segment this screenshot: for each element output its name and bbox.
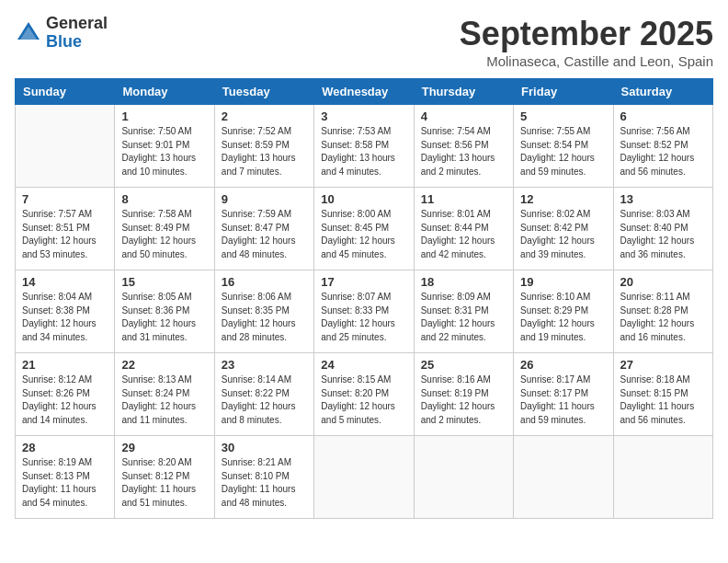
day-content: Sunrise: 8:09 AMSunset: 8:31 PMDaylight:… <box>421 291 506 344</box>
calendar-cell: 13Sunrise: 8:03 AMSunset: 8:40 PMDayligh… <box>613 188 712 270</box>
day-content: Sunrise: 8:16 AMSunset: 8:19 PMDaylight:… <box>421 373 506 427</box>
calendar-cell: 2Sunrise: 7:52 AMSunset: 8:59 PMDaylight… <box>214 105 313 188</box>
calendar-cell: 4Sunrise: 7:54 AMSunset: 8:56 PMDaylight… <box>414 105 513 188</box>
calendar-body: 1Sunrise: 7:50 AMSunset: 9:01 PMDaylight… <box>16 105 713 519</box>
calendar-cell <box>314 436 414 519</box>
calendar-cell: 22Sunrise: 8:13 AMSunset: 8:24 PMDayligh… <box>115 353 214 436</box>
day-number: 22 <box>121 358 207 372</box>
calendar-cell: 17Sunrise: 8:07 AMSunset: 8:33 PMDayligh… <box>314 270 414 353</box>
calendar-cell: 26Sunrise: 8:17 AMSunset: 8:17 PMDayligh… <box>514 353 613 436</box>
col-monday: Monday <box>115 79 214 105</box>
calendar-cell: 27Sunrise: 8:18 AMSunset: 8:15 PMDayligh… <box>613 353 712 436</box>
calendar-cell: 24Sunrise: 8:15 AMSunset: 8:20 PMDayligh… <box>314 353 414 436</box>
day-content: Sunrise: 7:55 AMSunset: 8:54 PMDaylight:… <box>520 125 606 178</box>
day-content: Sunrise: 7:58 AMSunset: 8:49 PMDaylight:… <box>121 208 207 261</box>
col-thursday: Thursday <box>414 79 513 105</box>
calendar-cell: 6Sunrise: 7:56 AMSunset: 8:52 PMDaylight… <box>613 105 712 188</box>
day-number: 14 <box>22 275 108 289</box>
day-number: 26 <box>520 358 606 372</box>
title-area: September 2025 Molinaseca, Castille and … <box>460 15 713 69</box>
logo-icon <box>15 19 42 47</box>
day-content: Sunrise: 8:15 AMSunset: 8:20 PMDaylight:… <box>321 373 406 427</box>
calendar-week-1: 1Sunrise: 7:50 AMSunset: 9:01 PMDaylight… <box>16 105 713 188</box>
calendar-cell <box>414 436 513 519</box>
day-content: Sunrise: 8:12 AMSunset: 8:26 PMDaylight:… <box>22 373 108 427</box>
day-content: Sunrise: 7:52 AMSunset: 8:59 PMDaylight:… <box>222 125 307 178</box>
day-content: Sunrise: 8:20 AMSunset: 8:12 PMDaylight:… <box>121 456 207 510</box>
calendar-cell: 8Sunrise: 7:58 AMSunset: 8:49 PMDaylight… <box>115 188 214 270</box>
day-content: Sunrise: 8:11 AMSunset: 8:28 PMDaylight:… <box>620 291 706 344</box>
day-content: Sunrise: 7:54 AMSunset: 8:56 PMDaylight:… <box>421 125 506 178</box>
day-number: 23 <box>222 358 307 372</box>
col-tuesday: Tuesday <box>214 79 313 105</box>
calendar-cell: 20Sunrise: 8:11 AMSunset: 8:28 PMDayligh… <box>613 270 712 353</box>
day-number: 17 <box>321 275 406 289</box>
month-title: September 2025 <box>460 15 713 53</box>
day-number: 11 <box>421 192 506 206</box>
calendar-cell: 15Sunrise: 8:05 AMSunset: 8:36 PMDayligh… <box>115 270 214 353</box>
day-content: Sunrise: 7:56 AMSunset: 8:52 PMDaylight:… <box>620 125 706 178</box>
calendar-week-2: 7Sunrise: 7:57 AMSunset: 8:51 PMDaylight… <box>16 188 713 270</box>
day-content: Sunrise: 8:18 AMSunset: 8:15 PMDaylight:… <box>620 373 706 427</box>
day-number: 10 <box>321 192 406 206</box>
calendar-cell: 5Sunrise: 7:55 AMSunset: 8:54 PMDaylight… <box>514 105 613 188</box>
day-number: 2 <box>222 109 307 123</box>
calendar-cell: 16Sunrise: 8:06 AMSunset: 8:35 PMDayligh… <box>214 270 313 353</box>
calendar-cell: 14Sunrise: 8:04 AMSunset: 8:38 PMDayligh… <box>16 270 115 353</box>
day-content: Sunrise: 8:14 AMSunset: 8:22 PMDaylight:… <box>222 373 307 427</box>
day-number: 7 <box>22 192 108 206</box>
calendar-cell: 12Sunrise: 8:02 AMSunset: 8:42 PMDayligh… <box>514 188 613 270</box>
location: Molinaseca, Castille and Leon, Spain <box>460 53 713 69</box>
day-number: 15 <box>121 275 207 289</box>
logo-general: General <box>46 15 108 33</box>
calendar-cell: 21Sunrise: 8:12 AMSunset: 8:26 PMDayligh… <box>16 353 115 436</box>
day-number: 24 <box>321 358 406 372</box>
day-content: Sunrise: 8:17 AMSunset: 8:17 PMDaylight:… <box>520 373 606 427</box>
day-content: Sunrise: 7:57 AMSunset: 8:51 PMDaylight:… <box>22 208 108 261</box>
day-number: 4 <box>421 109 506 123</box>
day-number: 20 <box>620 275 706 289</box>
day-number: 16 <box>222 275 307 289</box>
day-content: Sunrise: 8:02 AMSunset: 8:42 PMDaylight:… <box>520 208 606 261</box>
day-content: Sunrise: 7:59 AMSunset: 8:47 PMDaylight:… <box>222 208 307 261</box>
calendar-cell: 9Sunrise: 7:59 AMSunset: 8:47 PMDaylight… <box>214 188 313 270</box>
day-number: 21 <box>22 358 108 372</box>
logo-text: General Blue <box>46 15 108 52</box>
day-number: 13 <box>620 192 706 206</box>
day-content: Sunrise: 7:50 AMSunset: 9:01 PMDaylight:… <box>121 125 207 178</box>
day-number: 28 <box>22 441 108 454</box>
header-row: Sunday Monday Tuesday Wednesday Thursday… <box>16 79 713 105</box>
day-number: 8 <box>121 192 207 206</box>
calendar-cell <box>16 105 115 188</box>
calendar-header: Sunday Monday Tuesday Wednesday Thursday… <box>16 79 713 105</box>
day-content: Sunrise: 8:04 AMSunset: 8:38 PMDaylight:… <box>22 291 108 344</box>
day-content: Sunrise: 7:53 AMSunset: 8:58 PMDaylight:… <box>321 125 406 178</box>
col-saturday: Saturday <box>613 79 712 105</box>
day-number: 18 <box>421 275 506 289</box>
page-header: General Blue September 2025 Molinaseca, … <box>15 15 713 69</box>
col-friday: Friday <box>514 79 613 105</box>
calendar-cell: 28Sunrise: 8:19 AMSunset: 8:13 PMDayligh… <box>16 436 115 519</box>
day-number: 30 <box>222 441 307 454</box>
day-content: Sunrise: 8:13 AMSunset: 8:24 PMDaylight:… <box>121 373 207 427</box>
day-number: 25 <box>421 358 506 372</box>
day-content: Sunrise: 8:03 AMSunset: 8:40 PMDaylight:… <box>620 208 706 261</box>
calendar-cell: 18Sunrise: 8:09 AMSunset: 8:31 PMDayligh… <box>414 270 513 353</box>
day-content: Sunrise: 8:07 AMSunset: 8:33 PMDaylight:… <box>321 291 406 344</box>
logo-blue: Blue <box>46 33 108 52</box>
col-sunday: Sunday <box>16 79 115 105</box>
day-number: 5 <box>520 109 606 123</box>
day-content: Sunrise: 8:01 AMSunset: 8:44 PMDaylight:… <box>421 208 506 261</box>
calendar-week-4: 21Sunrise: 8:12 AMSunset: 8:26 PMDayligh… <box>16 353 713 436</box>
calendar-cell <box>613 436 712 519</box>
calendar-cell: 29Sunrise: 8:20 AMSunset: 8:12 PMDayligh… <box>115 436 214 519</box>
day-content: Sunrise: 8:05 AMSunset: 8:36 PMDaylight:… <box>121 291 207 344</box>
day-content: Sunrise: 8:19 AMSunset: 8:13 PMDaylight:… <box>22 456 108 510</box>
calendar-cell: 7Sunrise: 7:57 AMSunset: 8:51 PMDaylight… <box>16 188 115 270</box>
day-number: 27 <box>620 358 706 372</box>
calendar-week-3: 14Sunrise: 8:04 AMSunset: 8:38 PMDayligh… <box>16 270 713 353</box>
day-content: Sunrise: 8:10 AMSunset: 8:29 PMDaylight:… <box>520 291 606 344</box>
col-wednesday: Wednesday <box>314 79 414 105</box>
day-number: 29 <box>121 441 207 454</box>
day-number: 9 <box>222 192 307 206</box>
